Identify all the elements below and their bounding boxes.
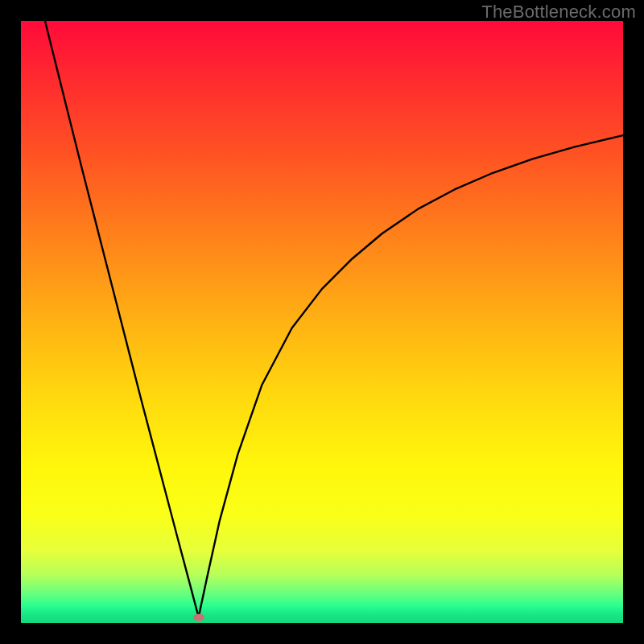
minimum-marker [193,613,204,621]
plot-area [21,21,623,623]
curve-line [45,21,623,617]
chart-container: TheBottleneck.com [0,0,644,644]
bottleneck-curve [21,21,623,623]
watermark-text: TheBottleneck.com [481,2,636,23]
